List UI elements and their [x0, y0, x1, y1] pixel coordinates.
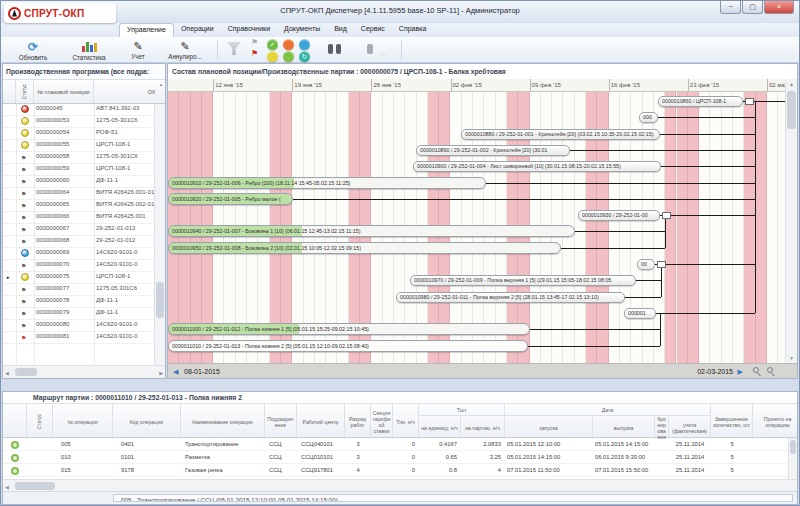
program-row[interactable]: ►0000000075ЦРСП-108-1 — [3, 272, 154, 284]
gantt-link-handle[interactable] — [745, 98, 754, 105]
program-row[interactable]: ⚑0000000064ВИТЯ.426426.001-01 — [3, 188, 154, 200]
gantt-link-handle[interactable] — [657, 261, 666, 268]
route-vscroll-thumb[interactable] — [790, 440, 796, 454]
column-header-tpn[interactable]: Тпн, н/ч — [393, 404, 419, 439]
route-row[interactable]: 0159178Газовая резкаССЦССЦ917801400.8407… — [3, 464, 797, 477]
program-row[interactable]: 00000000531275-05-301С6 — [3, 116, 154, 128]
column-header-status[interactable]: Статус — [27, 404, 53, 439]
program-row[interactable]: 0000000055ЦРСП-108-1 — [3, 140, 154, 152]
maximize-button[interactable]: ▢ — [742, 1, 763, 14]
menu-item-Справочники[interactable]: Справочники — [221, 23, 277, 37]
flag-gray-icon[interactable]: ⚑ — [251, 39, 258, 47]
program-row[interactable]: ⚑0000000065ВИТЯ.426425.002-01 — [3, 200, 154, 212]
gantt-batch-label[interactable]: 00 — [637, 259, 655, 270]
column-header-dept[interactable]: Подразделение — [265, 404, 297, 439]
program-row[interactable]: 000000006914С620-9101-0 — [3, 248, 154, 260]
column-header-t_batch[interactable]: на партию, н/ч — [461, 416, 505, 439]
gantt-bar[interactable]: 0000010950 / 29-252-01-008 - Боковина 2 … — [168, 242, 561, 254]
status-blue-icon[interactable] — [299, 39, 310, 50]
program-row[interactable]: ⚑0000000060ДФ-11-1 — [3, 176, 154, 188]
gantt-scroll-up-icon[interactable]: ▲ — [789, 81, 794, 87]
gantt-link-handle[interactable] — [662, 212, 671, 219]
timeline-right-icon[interactable]: ▶ — [738, 368, 743, 375]
column-header-d_launch[interactable]: запуска — [505, 416, 593, 439]
column-header-accepted[interactable]: Принято на операцию — [753, 404, 798, 439]
column-header-t_unit[interactable]: на единицу, н/ч — [419, 416, 461, 439]
program-row[interactable]: ⚑000000006729-252-01-013 — [3, 224, 154, 236]
planned-position-column-header[interactable]: № плановой позиции — [34, 80, 94, 103]
gantt-batch-label[interactable]: 000 — [639, 112, 658, 123]
gantt-scroll-down-icon[interactable]: ▼ — [789, 355, 794, 361]
flag-red-icon[interactable]: ⚑ — [251, 50, 258, 58]
route-row[interactable]: 0100101РазметкаССЦССЦ010101300.653.2505.… — [3, 451, 797, 464]
gantt-batch-label[interactable]: 0000010890 / 29-252-01-002 - Кронштейн [… — [416, 145, 570, 156]
statistics-button[interactable]: Статистика — [61, 41, 117, 61]
scroll-right-icon[interactable]: ▶ — [159, 370, 163, 376]
program-row[interactable]: ⚑000000006829-252-01-012 — [3, 236, 154, 248]
program-row[interactable]: ⚑0000000066ВИТЯ.426425.001 — [3, 212, 154, 224]
menu-item-Операции[interactable]: Операции — [174, 23, 221, 37]
zoom-out-icon[interactable] — [767, 367, 775, 375]
menu-item-Сервис[interactable]: Сервис — [354, 23, 392, 37]
gantt-bar[interactable]: 0000011010 / 29-252-01-013 - Полка нижня… — [168, 340, 528, 352]
column-header-op_name[interactable]: Наименование операции — [181, 404, 265, 439]
column-header-work_center[interactable]: Рабочий центр — [297, 404, 345, 439]
program-row[interactable]: 00000045АВ7.841.392-03 — [3, 104, 154, 116]
column-header-gutter[interactable] — [3, 404, 27, 439]
status-yellow-icon[interactable] — [267, 51, 278, 62]
status-ok-icon[interactable]: ✓ — [267, 39, 278, 50]
program-row[interactable]: ⚑0000000059ЦРСП-108-1 — [3, 164, 154, 176]
timeline-left-icon[interactable]: ◀ — [173, 368, 178, 375]
route-hscrollbar[interactable]: ◀ — [3, 479, 797, 491]
program-row[interactable]: ⚑000000007014С620-9101-0 — [3, 260, 154, 272]
column-header-tariff[interactable]: Секция тарифной ставки — [371, 404, 393, 439]
program-row[interactable]: 0000000054РОФ-51 — [3, 128, 154, 140]
menu-item-Вид[interactable]: Вид — [327, 23, 354, 37]
search-next-binoculars-icon[interactable]: ... — [367, 44, 382, 54]
program-row[interactable]: ⚑000000008114С620-9101-0 — [3, 332, 154, 344]
column-header-d_release[interactable]: выпуска — [593, 416, 655, 439]
close-button[interactable]: × — [764, 1, 794, 14]
designation-column-header[interactable]: Об▲ — [94, 80, 166, 103]
program-row[interactable]: ⚑000000008014С620-9101-0 — [3, 320, 154, 332]
column-header-op_no[interactable]: № операции — [53, 404, 113, 439]
status-column-header[interactable]: Статус — [16, 80, 34, 103]
minimize-button[interactable]: − — [720, 1, 741, 14]
program-row[interactable]: ⚑00000000771275.05.301С6 — [3, 284, 154, 296]
gantt-bar[interactable]: 0000010920 / 29-252-01-005 - Ребро малое… — [168, 193, 293, 205]
filter-icon[interactable] — [227, 42, 241, 55]
program-row[interactable]: ⚑0000000079ДФ-11-1 — [3, 308, 154, 320]
program-vscroll-thumb[interactable] — [156, 282, 164, 318]
gantt-batch-label[interactable]: 0000010900 / 29-252-01-004 - Лист шкворн… — [413, 161, 661, 172]
gantt-timeline-scrollbar[interactable]: ◀ 08-01-2015 02-03-2015 ▶ — [168, 363, 797, 378]
route-row[interactable]: 0050401ТранспортированиеССЦССЦ040101300.… — [3, 438, 797, 451]
gantt-batch-label[interactable]: 0000010970 / 29-252-01-009 - Полка верхн… — [410, 275, 636, 286]
gantt-bar[interactable]: 0000010940 / 29-252-01-007 - Боковина 1 … — [168, 225, 575, 237]
column-header-op_code[interactable]: Код операции — [113, 404, 181, 439]
gantt-batch-label[interactable]: 0000010860 / ЦРСП-108-1 — [658, 96, 743, 107]
accounting-button[interactable]: ✎ Учет — [121, 41, 155, 60]
status-orange-icon[interactable] — [283, 39, 294, 50]
program-row[interactable]: ⚑00000000581275-05-301С6 — [3, 152, 154, 164]
refresh-button[interactable]: ⟳ Обновить — [7, 41, 59, 61]
gantt-vscrollbar[interactable]: ▲ ▼ — [785, 79, 797, 363]
gantt-bar[interactable]: 0000010910 / 29-252-01-006 - Ребро [100]… — [168, 177, 486, 189]
gantt-batch-label[interactable]: 0000010880 / 29-252-01-001 - Кронштейн [… — [461, 129, 660, 140]
program-hscrollbar[interactable]: ◀ ▶ — [3, 365, 165, 378]
menu-item-Справка[interactable]: Справка — [392, 23, 433, 37]
program-hscroll-thumb[interactable] — [15, 368, 37, 376]
route-scroll-left-icon[interactable]: ◀ — [5, 484, 9, 490]
status-green-icon[interactable] — [283, 51, 294, 62]
column-header-grade[interactable]: Разряд работ — [345, 404, 371, 439]
column-header-d_actual[interactable]: учета (фактическая) — [669, 416, 711, 439]
gantt-vscroll-thumb[interactable] — [787, 91, 796, 129]
scroll-left-icon[interactable]: ◀ — [5, 370, 9, 376]
column-header-completed[interactable]: Завершенное количество, шт — [711, 404, 753, 439]
menu-item-Документы[interactable]: Документы — [277, 23, 327, 37]
route-vscrollbar[interactable] — [788, 438, 797, 479]
gantt-batch-label[interactable]: 0000010980 / 29-252-01-011 - Полка верхн… — [396, 292, 625, 303]
zoom-in-icon[interactable] — [753, 367, 761, 375]
search-binoculars-icon[interactable] — [327, 44, 342, 54]
program-vscrollbar[interactable] — [154, 104, 165, 365]
menu-item-Управление[interactable]: Управление — [119, 23, 174, 37]
